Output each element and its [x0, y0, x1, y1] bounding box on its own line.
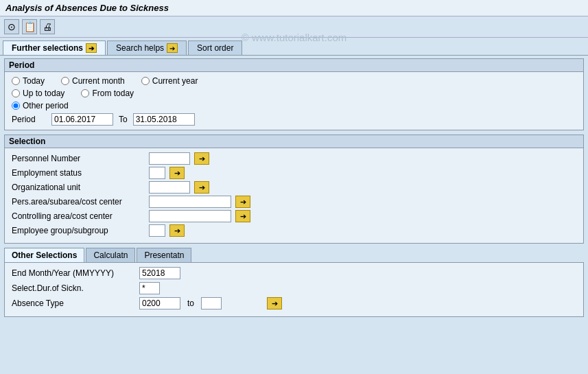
label-absence-type: Absence Type	[12, 299, 135, 308]
tab-presentatn[interactable]: Presentatn	[137, 248, 191, 262]
selection-header: Selection	[5, 135, 583, 148]
sel-input-controlling[interactable]	[149, 210, 231, 222]
sel-row-org-unit: Organizational unit ➔	[12, 181, 576, 194]
row-end-month: End Month/Year (MMYYYY)	[12, 267, 576, 279]
sel-label-org-unit: Organizational unit	[12, 183, 149, 192]
input-select-dur[interactable]	[139, 282, 160, 294]
label-end-month: End Month/Year (MMYYYY)	[12, 268, 135, 278]
radio-current-year[interactable]: Current year	[141, 76, 198, 86]
sel-row-personnel: Personnel Number ➔	[12, 152, 576, 165]
row-absence-type: Absence Type to ➔	[12, 297, 576, 309]
tab-calculatn[interactable]: Calculatn	[86, 248, 135, 262]
sel-btn-personnel[interactable]: ➔	[194, 152, 209, 165]
tab-search-helps-label: Search helps	[116, 43, 164, 53]
period-to-input[interactable]	[133, 113, 195, 126]
tab-presentatn-label: Presentatn	[144, 250, 184, 260]
tab-search-arrow: ➔	[167, 43, 178, 53]
sel-input-org-unit[interactable]	[149, 181, 190, 194]
sel-btn-employee-group[interactable]: ➔	[169, 224, 185, 237]
tab-further-selections-label: Further selections	[12, 43, 83, 53]
label-select-dur: Select.Dur.of Sickn.	[12, 283, 135, 293]
sel-label-personnel: Personnel Number	[12, 154, 149, 163]
sel-input-personnel[interactable]	[149, 152, 190, 165]
tab-further-arrow: ➔	[86, 43, 97, 53]
sel-row-pers-area: Pers.area/subarea/cost center ➔	[12, 196, 576, 208]
sel-row-controlling: Controlling area/cost center ➔	[12, 210, 576, 222]
absence-type-btn[interactable]: ➔	[267, 297, 282, 309]
sel-input-employment[interactable]	[149, 167, 165, 179]
sel-input-pers-area[interactable]	[149, 196, 231, 208]
bottom-section: End Month/Year (MMYYYY) Select.Dur.of Si…	[4, 262, 584, 317]
sel-btn-org-unit[interactable]: ➔	[194, 181, 209, 194]
to-label: to	[187, 299, 194, 308]
period-header: Period	[5, 59, 583, 72]
radio-current-month[interactable]: Current month	[61, 76, 125, 86]
save-icon[interactable]: 📋	[22, 19, 37, 34]
period-to-label: To	[119, 115, 128, 124]
up-to-today-label: Up to today	[23, 89, 64, 98]
period-label: Period	[12, 115, 46, 124]
bottom-tab-bar: Other Selections Calculatn Presentatn	[4, 248, 584, 262]
sel-input-employee-group[interactable]	[149, 224, 165, 237]
sel-btn-pers-area[interactable]: ➔	[235, 196, 250, 208]
back-icon[interactable]: ⊙	[4, 19, 19, 34]
radio-up-to-today[interactable]: Up to today	[12, 89, 64, 98]
today-label: Today	[23, 76, 45, 86]
radio-other-period[interactable]: Other period	[12, 101, 69, 110]
tab-calculatn-label: Calculatn	[93, 250, 128, 260]
input-absence-type[interactable]	[139, 297, 180, 309]
page-title: Analysis of Absences Due to Sickness	[5, 3, 169, 13]
from-today-label: From today	[92, 89, 134, 98]
period-section: Period Today Current month Current year	[4, 58, 584, 130]
sel-row-employee-group: Employee group/subgroup ➔	[12, 224, 576, 237]
tab-sort-order[interactable]: Sort order	[188, 40, 242, 55]
radio-today[interactable]: Today	[12, 76, 45, 86]
sel-btn-employment[interactable]: ➔	[169, 167, 185, 179]
period-from-input[interactable]	[51, 113, 113, 126]
other-period-label: Other period	[23, 101, 69, 110]
row-select-dur: Select.Dur.of Sickn.	[12, 282, 576, 294]
tab-sort-order-label: Sort order	[197, 43, 233, 53]
sel-label-employee-group: Employee group/subgroup	[12, 226, 149, 235]
tab-other-selections[interactable]: Other Selections	[4, 248, 84, 262]
title-bar: Analysis of Absences Due to Sickness	[0, 0, 588, 16]
input-end-month[interactable]	[139, 267, 180, 279]
tab-other-selections-label: Other Selections	[12, 250, 77, 260]
sel-btn-controlling[interactable]: ➔	[235, 210, 250, 222]
current-year-label: Current year	[152, 76, 198, 86]
toolbar: ⊙ 📋 🖨 © www.tutorialkart.com	[0, 16, 588, 38]
tab-further-selections[interactable]: Further selections ➔	[3, 40, 106, 55]
sel-row-employment: Employment status ➔	[12, 167, 576, 179]
sel-label-pers-area: Pers.area/subarea/cost center	[12, 197, 149, 207]
sel-label-employment: Employment status	[12, 168, 149, 178]
sel-label-controlling: Controlling area/cost center	[12, 211, 149, 221]
top-tab-bar: Further selections ➔ Search helps ➔ Sort…	[0, 38, 588, 56]
selection-section: Selection Personnel Number ➔ Employment …	[4, 135, 584, 244]
input-absence-type-to[interactable]	[201, 297, 222, 309]
tab-search-helps[interactable]: Search helps ➔	[107, 40, 187, 55]
print-icon[interactable]: 🖨	[40, 19, 55, 34]
current-month-label: Current month	[72, 76, 125, 86]
radio-from-today[interactable]: From today	[81, 89, 134, 98]
